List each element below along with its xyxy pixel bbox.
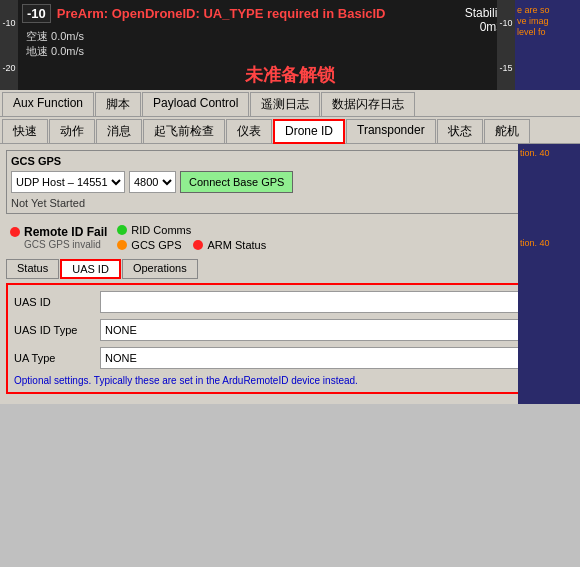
remote-id-row: Remote ID Fail GCS GPS invalid RID Comms… (6, 220, 574, 255)
top-bar: -10 -20 -10 PreArm: OpenDroneID: UA_TYPE… (0, 0, 580, 90)
optional-text: Optional settings. Typically these are s… (14, 375, 566, 386)
fail-subtitle: GCS GPS invalid (24, 239, 107, 250)
battery-info: 电池10.00v 0.0 A 0% (138, 89, 260, 90)
tab-payload-control[interactable]: Payload Control (142, 92, 249, 116)
right-panel-overlay: e are sove imaglevel fo (515, 0, 580, 90)
tab-drone-id[interactable]: Drone ID (273, 119, 345, 144)
not-started-label: Not Yet Started (11, 197, 85, 209)
uas-id-type-select[interactable]: NONE (100, 319, 566, 341)
tab-actions[interactable]: 动作 (49, 119, 95, 143)
speed-display: 空速 0.0m/s 地速 0.0m/s (18, 27, 92, 61)
uas-id-input[interactable] (100, 291, 566, 313)
scale-left-top: -10 (2, 18, 15, 28)
ua-type-select[interactable]: NONE (100, 347, 566, 369)
air-speed: 空速 0.0m/s (26, 29, 84, 44)
tab-servos[interactable]: 舵机 (484, 119, 530, 143)
status-row: 电池10.00v 0.0 A 0% EKF Vibe GPS: 无GPS (18, 87, 562, 90)
remote-id-fail: Remote ID Fail GCS GPS invalid (10, 225, 107, 250)
fail-title-text: Remote ID Fail (24, 225, 107, 239)
gcs-gps-dot (117, 240, 127, 250)
right-text-2: tion. 40 (520, 238, 578, 248)
gcs-gps-section: GCS GPS UDP Host – 14551 4800 Connect Ba… (6, 150, 574, 214)
tab-preflight[interactable]: 起飞前检查 (143, 119, 225, 143)
fail-title: Remote ID Fail (10, 225, 107, 239)
ground-speed: 地速 0.0m/s (26, 44, 84, 59)
uas-id-row: UAS ID (14, 291, 566, 313)
gcs-controls-row: UDP Host – 14551 4800 Connect Base GPS (11, 171, 569, 193)
sub-tab-uas-id[interactable]: UAS ID (60, 259, 121, 279)
sub-tab-status[interactable]: Status (6, 259, 59, 279)
rid-comms-row: RID Comms (117, 224, 266, 236)
uas-id-label: UAS ID (14, 296, 94, 308)
right-overlay-panel: tion. 40 tion. 40 (518, 144, 580, 404)
rid-comms-dot (117, 225, 127, 235)
gcs-gps-ind-row: GCS GPS ARM Status (117, 239, 266, 251)
prearm-alert: PreArm: OpenDroneID: UA_TYPE required in… (57, 6, 386, 21)
speed-badge: -10 (22, 4, 51, 23)
arm-status-label: ARM Status (207, 239, 266, 251)
baud-select[interactable]: 4800 (129, 171, 176, 193)
scale-left: -10 -20 (0, 0, 18, 90)
gcs-gps-title: GCS GPS (11, 155, 569, 167)
sub-tabs: Status UAS ID Operations (6, 259, 574, 279)
remote-id-dot (10, 227, 20, 237)
rid-comms-label: RID Comms (131, 224, 191, 236)
tab-quick[interactable]: 快速 (2, 119, 48, 143)
tab-transponder[interactable]: Transponder (346, 119, 436, 143)
ua-type-row: UA Type NONE (14, 347, 566, 369)
gcs-gps-ind-label: GCS GPS (131, 239, 181, 251)
status-indicators: RID Comms GCS GPS ARM Status (117, 224, 266, 251)
uas-id-type-row: UAS ID Type NONE (14, 319, 566, 341)
tab-telemetry-log[interactable]: 遥测日志 (250, 92, 320, 116)
tab-instruments[interactable]: 仪表 (226, 119, 272, 143)
unlock-text: 未准备解锁 (18, 63, 562, 87)
udp-host-select[interactable]: UDP Host – 14551 (11, 171, 125, 193)
right-text-1: tion. 40 (520, 148, 578, 158)
connect-base-gps-button[interactable]: Connect Base GPS (180, 171, 293, 193)
uas-id-form: UAS ID UAS ID Type NONE UA Type NONE Opt… (6, 283, 574, 394)
arm-status-dot (193, 240, 203, 250)
gps-status: GPS: 无GPS (367, 89, 443, 90)
scale-right-mid: -15 (499, 63, 512, 73)
tab-flash-log[interactable]: 数据闪存日志 (321, 92, 415, 116)
tabs-row1: Aux Function 脚本 Payload Control 遥测日志 数据闪… (0, 90, 580, 116)
sub-tab-operations[interactable]: Operations (122, 259, 198, 279)
ua-type-label: UA Type (14, 352, 94, 364)
uas-id-type-label: UAS ID Type (14, 324, 94, 336)
scale-right-top: -10 (499, 18, 512, 28)
tab-aux-function[interactable]: Aux Function (2, 92, 94, 116)
scale-left-mid: -20 (2, 63, 15, 73)
tab-scripts[interactable]: 脚本 (95, 92, 141, 116)
tabs-row2: 快速 动作 消息 起飞前检查 仪表 Drone ID Transponder 状… (0, 116, 580, 143)
tabs-container: Aux Function 脚本 Payload Control 遥测日志 数据闪… (0, 90, 580, 144)
tab-messages[interactable]: 消息 (96, 119, 142, 143)
tab-status[interactable]: 状态 (437, 119, 483, 143)
scale-right: -10 -15 (497, 0, 515, 90)
